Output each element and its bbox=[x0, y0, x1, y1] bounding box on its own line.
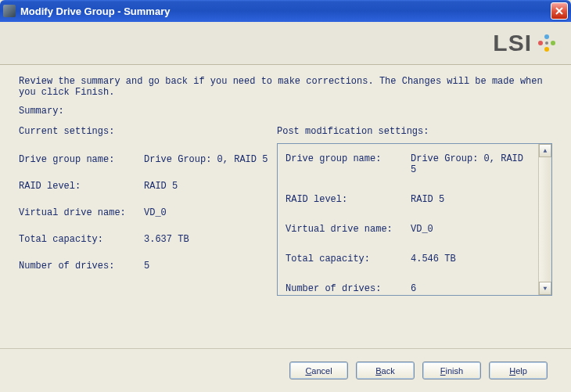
content-area: Review the summary and go back if you ne… bbox=[0, 65, 571, 348]
titlebar: Modify Drive Group - Summary bbox=[0, 0, 571, 22]
post-capacity-row: Total capacity: 4.546 TB bbox=[286, 254, 530, 264]
svg-point-0 bbox=[544, 34, 549, 39]
cancel-button[interactable]: CCancelancel bbox=[289, 361, 348, 379]
post-num-drives-row: Number of drives: 6 bbox=[286, 283, 530, 294]
value-post-raid-level: RAID 5 bbox=[411, 194, 530, 205]
finish-button[interactable]: FinishFinish bbox=[422, 361, 481, 379]
post-vd-name-row: Virtual drive name: VD_0 bbox=[286, 224, 530, 235]
current-settings-column: Current settings: Drive group name: Driv… bbox=[19, 126, 269, 296]
window-title: Modify Drive Group - Summary bbox=[20, 5, 551, 17]
value-vd-name: VD_0 bbox=[144, 207, 269, 218]
scroll-up-arrow[interactable]: ▲ bbox=[539, 144, 551, 157]
app-icon bbox=[3, 5, 16, 17]
label-raid-level: RAID level: bbox=[19, 181, 144, 192]
label-post-num-drives: Number of drives: bbox=[286, 283, 411, 294]
logo-text: LSI bbox=[493, 30, 532, 56]
label-vd-name: Virtual drive name: bbox=[19, 207, 144, 218]
label-capacity: Total capacity: bbox=[19, 234, 144, 245]
scroll-track[interactable] bbox=[539, 157, 551, 282]
svg-point-4 bbox=[545, 41, 548, 45]
close-icon bbox=[555, 7, 563, 15]
value-post-vd-name: VD_0 bbox=[411, 224, 530, 235]
post-settings-column: Post modification settings: Drive group … bbox=[277, 126, 552, 296]
post-settings-heading: Post modification settings: bbox=[277, 126, 552, 137]
post-settings-content: Drive group name: Drive Group: 0, RAID 5… bbox=[278, 144, 538, 295]
help-button[interactable]: HelpHelp bbox=[489, 361, 548, 379]
label-num-drives: Number of drives: bbox=[19, 261, 144, 272]
post-raid-level-row: RAID level: RAID 5 bbox=[286, 194, 530, 205]
label-post-raid-level: RAID level: bbox=[286, 194, 411, 205]
value-num-drives: 5 bbox=[144, 261, 269, 272]
svg-point-3 bbox=[538, 41, 543, 45]
value-drive-group: Drive Group: 0, RAID 5 bbox=[144, 154, 269, 165]
svg-point-2 bbox=[544, 47, 549, 52]
current-drive-group-row: Drive group name: Drive Group: 0, RAID 5 bbox=[19, 154, 269, 165]
current-raid-level-row: RAID level: RAID 5 bbox=[19, 181, 269, 192]
current-capacity-row: Total capacity: 3.637 TB bbox=[19, 234, 269, 245]
lsi-star-icon bbox=[537, 33, 557, 53]
footer-buttons: CCancelancel BackBack FinishFinish HelpH… bbox=[0, 348, 571, 392]
scroll-down-arrow[interactable]: ▼ bbox=[539, 282, 551, 295]
svg-point-1 bbox=[551, 41, 555, 45]
summary-label: Summary: bbox=[19, 106, 552, 117]
value-post-capacity: 4.546 TB bbox=[411, 254, 530, 264]
value-raid-level: RAID 5 bbox=[144, 181, 269, 192]
close-button[interactable] bbox=[551, 2, 568, 20]
label-post-vd-name: Virtual drive name: bbox=[286, 224, 411, 235]
lsi-logo: LSI bbox=[493, 30, 557, 56]
label-post-drive-group: Drive group name: bbox=[286, 153, 411, 175]
post-settings-scrollbox: Drive group name: Drive Group: 0, RAID 5… bbox=[277, 143, 552, 296]
scrollbar[interactable]: ▲ ▼ bbox=[538, 144, 551, 295]
value-post-drive-group: Drive Group: 0, RAID 5 bbox=[411, 153, 530, 175]
header-band: LSI bbox=[0, 22, 571, 65]
value-post-num-drives: 6 bbox=[411, 283, 530, 294]
back-button[interactable]: BackBack bbox=[356, 361, 415, 379]
current-vd-name-row: Virtual drive name: VD_0 bbox=[19, 207, 269, 218]
post-drive-group-row: Drive group name: Drive Group: 0, RAID 5 bbox=[286, 153, 530, 175]
current-num-drives-row: Number of drives: 5 bbox=[19, 261, 269, 272]
instruction-text: Review the summary and go back if you ne… bbox=[19, 76, 552, 98]
current-settings-heading: Current settings: bbox=[19, 126, 269, 137]
label-post-capacity: Total capacity: bbox=[286, 254, 411, 264]
value-capacity: 3.637 TB bbox=[144, 234, 269, 245]
label-drive-group: Drive group name: bbox=[19, 154, 144, 165]
